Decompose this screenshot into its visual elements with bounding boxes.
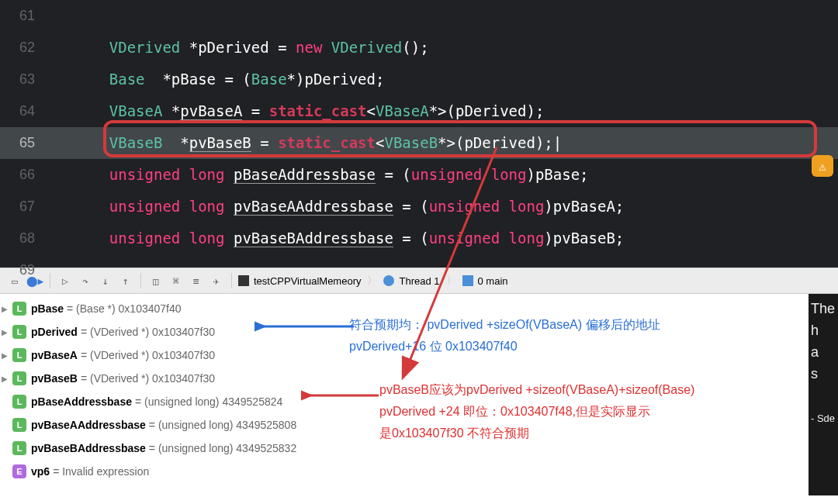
variable-name: pvBaseB — [31, 372, 78, 385]
variables-panel[interactable]: ▶LpBase = (Base *) 0x103407f40▶LpDerived… — [0, 294, 838, 504]
disclosure-icon[interactable]: ▶ — [2, 375, 12, 383]
variable-value: = Invalid expression — [53, 465, 149, 478]
variable-name: pBase — [31, 302, 64, 315]
disclosure-icon[interactable]: ▶ — [2, 351, 12, 360]
variable-value: = (VDerived *) 0x103407f30 — [81, 372, 215, 385]
gutter-number: 67 — [0, 191, 74, 223]
code-content: unsigned long pBaseAddressbase = (unsign… — [74, 159, 838, 191]
code-content: unsigned long pvBaseBAddressbase = (unsi… — [74, 223, 838, 254]
local-badge-icon: L — [12, 348, 26, 362]
annotation-blue-1: 符合预期均： pvDerived +sizeOf(VBaseA) 偏移后的地址 — [349, 317, 660, 333]
variable-name: pvBaseA — [31, 349, 78, 361]
variable-value: = (VDerived *) 0x103407f30 — [81, 326, 215, 338]
gutter-number: 65 — [0, 127, 74, 159]
gutter-number: 64 — [0, 95, 74, 127]
annotation-blue-2: pvDerived+16 位 0x103407f40 — [349, 339, 518, 355]
local-badge-icon: L — [12, 418, 26, 432]
variable-name: pBaseAddressbase — [31, 395, 132, 408]
variable-name: pvBaseBAddressbase — [31, 442, 146, 454]
gutter-number: 61 — [0, 0, 74, 32]
gutter-number: 66 — [0, 159, 74, 191]
code-line[interactable]: 66 unsigned long pBaseAddressbase = (uns… — [0, 159, 838, 191]
code-content: unsigned long pvBaseAAddressbase = (unsi… — [74, 191, 838, 223]
gutter-69: 69 — [0, 254, 74, 286]
local-badge-icon: L — [12, 302, 26, 316]
local-badge-icon: L — [12, 395, 26, 409]
variable-value: = (unsigned long) 4349525832 — [149, 442, 296, 454]
gutter-number: 62 — [0, 32, 74, 64]
code-line[interactable]: 67 unsigned long pvBaseAAddressbase = (u… — [0, 191, 838, 223]
code-line[interactable]: 61 — [0, 0, 838, 32]
variable-name: pDerived — [31, 326, 78, 338]
local-badge-icon: L — [12, 371, 26, 385]
gutter-number: 68 — [0, 223, 74, 254]
annotation-red-3: 是0x103407f30 不符合预期 — [379, 426, 529, 442]
variable-value: = (unsigned long) 4349525808 — [149, 419, 296, 431]
code-content: VDerived *pDerived = new VDerived(); — [74, 32, 838, 64]
code-line[interactable]: 68 unsigned long pvBaseBAddressbase = (u… — [0, 223, 838, 254]
annotation-red-1: pvBaseB应该为pvDerived +sizeof(VBaseA)+size… — [379, 382, 694, 399]
local-badge-icon: L — [12, 441, 26, 455]
variable-row[interactable]: Evp6 = Invalid expression — [0, 460, 838, 483]
warning-icon[interactable]: ⚠ — [812, 155, 833, 177]
error-badge-icon: E — [12, 464, 26, 478]
side-editor-snippet: The h a s - Sde — [809, 294, 838, 495]
code-content — [74, 0, 838, 32]
annotation-red-2: pvDerived +24 即位：0x103407f48,但是实际显示 — [379, 404, 650, 420]
variable-value: = (Base *) 0x103407f40 — [67, 302, 182, 315]
code-content: Base *pBase = (Base*)pDerived; — [74, 64, 838, 95]
variable-value: = (VDerived *) 0x103407f30 — [81, 349, 215, 361]
highlight-box — [103, 120, 817, 157]
variable-name: vp6 — [31, 465, 50, 478]
gutter-number: 63 — [0, 64, 74, 95]
variable-name: pvBaseAAddressbase — [31, 419, 146, 431]
variable-value: = (unsigned long) 4349525824 — [135, 395, 282, 408]
code-line[interactable]: 62 VDerived *pDerived = new VDerived(); — [0, 32, 838, 64]
disclosure-icon[interactable]: ▶ — [2, 328, 12, 337]
code-line[interactable]: 63 Base *pBase = (Base*)pDerived; — [0, 64, 838, 95]
code-editor[interactable]: 61 62 VDerived *pDerived = new VDerived(… — [0, 0, 838, 268]
disclosure-icon[interactable]: ▶ — [2, 305, 12, 313]
local-badge-icon: L — [12, 325, 26, 339]
